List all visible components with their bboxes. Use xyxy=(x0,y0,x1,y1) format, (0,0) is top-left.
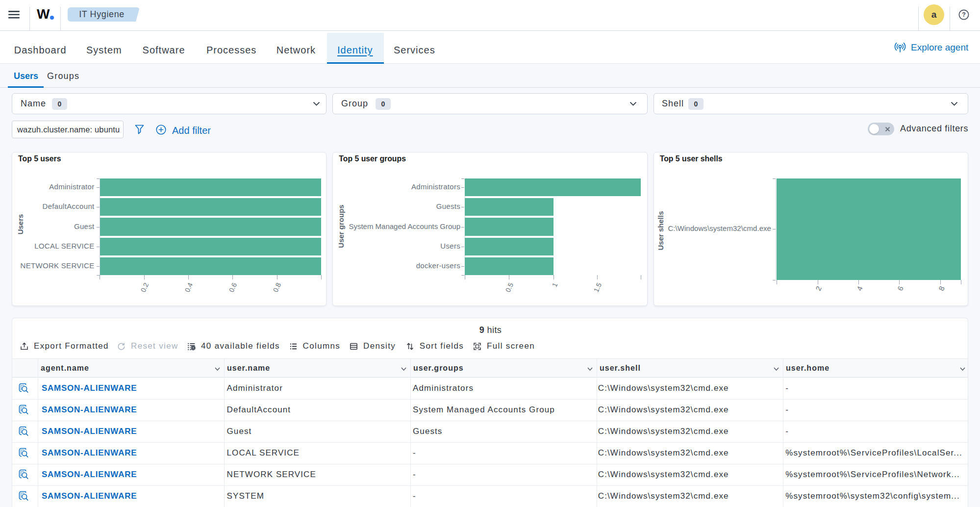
svg-text:?: ? xyxy=(962,11,966,18)
